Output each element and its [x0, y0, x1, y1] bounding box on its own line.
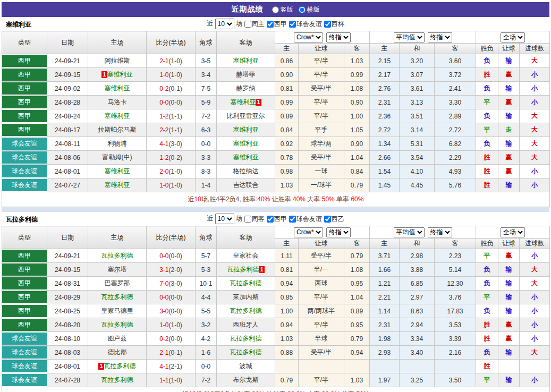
- result-value: 赢: [506, 335, 512, 342]
- league-filter-option-3[interactable]: 西乙: [322, 215, 344, 224]
- odds2-value-3: 17.83: [435, 304, 476, 318]
- match-type-badge: 西甲: [2, 319, 47, 331]
- result-value: 赢: [506, 321, 512, 328]
- league-checkbox-3[interactable]: [324, 216, 331, 223]
- result-cell-1: 胜: [476, 360, 498, 373]
- odds1-value-2: 平/半: [299, 109, 344, 123]
- league-filter-option-1[interactable]: 西甲: [265, 215, 287, 224]
- score-cell: 1-2(1-1): [147, 109, 196, 123]
- match-type-cell: 西甲: [2, 82, 47, 96]
- home-team-cell: 瓦拉多利德: [88, 318, 147, 332]
- home-team-name: 瓦拉多利德: [101, 252, 133, 259]
- away-team-cell: 塞维利亚1: [217, 96, 275, 109]
- matches-label: 场: [234, 20, 242, 27]
- column-header-away: 客场: [217, 226, 275, 249]
- layout-option-vertical[interactable]: 竖版: [272, 5, 293, 14]
- league-filter-option-2[interactable]: 球会友谊: [287, 20, 322, 29]
- final-odds-select-1[interactable]: 终指: [326, 227, 351, 237]
- league-filter-option-1[interactable]: 西甲: [265, 20, 287, 29]
- bookmaker-select[interactable]: Crow*: [294, 227, 323, 237]
- league-checkbox-3[interactable]: [324, 21, 331, 28]
- away-team-name: 布尔戈斯: [233, 376, 259, 384]
- match-type-cell: 西甲: [2, 109, 47, 123]
- result-cell-3: 大: [520, 137, 550, 151]
- odds2-value-3: 2.72: [435, 123, 476, 137]
- league-checkbox-1[interactable]: [267, 21, 274, 28]
- column-header-type: 类型: [2, 226, 47, 249]
- corner-count: 8-3: [196, 165, 217, 178]
- odds2-value-3: 3.60: [435, 54, 476, 68]
- corner-count: 7-2: [196, 373, 217, 387]
- result-value: 大: [531, 140, 538, 147]
- league-filter-option-3[interactable]: 西杯: [322, 20, 344, 29]
- full-match-select[interactable]: 全场: [501, 227, 525, 237]
- bookmaker-select[interactable]: Crow*: [294, 32, 323, 42]
- final-odds-select-1[interactable]: 终指: [326, 32, 351, 42]
- odds1-value-2: 平/半: [299, 318, 344, 332]
- home-team-name: 塞维利亚: [105, 167, 130, 175]
- section-header: 瓦拉多利德近 10 场同客西甲球会友谊西乙: [2, 212, 549, 226]
- away-team-name: 皇家社会: [233, 252, 259, 259]
- summary-segment: 10: [194, 195, 201, 203]
- score-cell: 2-1(0-1): [147, 346, 196, 360]
- vertical-layout-radio[interactable]: [272, 6, 279, 13]
- home-team-name: 图卢兹: [108, 335, 127, 342]
- odds1-value-1: 0.94: [275, 318, 299, 332]
- odds1-value-1: 1.11: [275, 249, 299, 263]
- halftime-score: (0-0): [169, 252, 182, 260]
- odds2-value-1: 2.93: [370, 346, 400, 360]
- result-cell-3: 小: [520, 178, 550, 192]
- average-select[interactable]: 平均值: [394, 32, 425, 42]
- same-venue-checkbox[interactable]: [244, 216, 251, 223]
- odds2-value-2: 3.14: [400, 123, 435, 137]
- match-type-cell: 西甲: [2, 249, 47, 263]
- result-cell-3: 小: [520, 82, 550, 96]
- league-filter-option-2[interactable]: 球会友谊: [287, 215, 322, 224]
- column-header-home: 主场: [88, 226, 147, 249]
- average-select[interactable]: 平均值: [394, 227, 425, 237]
- result-subheader-2: 让球: [498, 238, 520, 249]
- final-odds-select-2[interactable]: 终指: [428, 32, 452, 42]
- corner-count: 5-3: [196, 263, 217, 277]
- halftime-score: (0-0): [169, 99, 182, 106]
- result-cell-2: 赢: [498, 151, 520, 165]
- odds1-value-2: 两/两球半: [299, 304, 344, 318]
- column-header-home: 主场: [88, 31, 147, 54]
- halftime-score: (1-1): [169, 126, 182, 134]
- result-cell-1: 胜: [476, 151, 498, 165]
- near-label: 近: [207, 20, 215, 27]
- same-venue-checkbox[interactable]: [244, 21, 251, 28]
- same-venue-option[interactable]: 同主: [242, 20, 265, 29]
- odds2-value-3: 3.72: [435, 68, 476, 82]
- result-cell-1: 胜: [476, 68, 498, 82]
- final-odds-select-2[interactable]: 终指: [428, 227, 452, 237]
- odds2-value-1: 2.15: [370, 54, 400, 68]
- corner-count: 6-3: [196, 123, 217, 137]
- match-type-badge: 西甲: [2, 291, 47, 303]
- same-venue-option[interactable]: 同客: [242, 215, 265, 224]
- odds2-value-2: 4.45: [400, 178, 435, 192]
- result-value: 负: [484, 57, 490, 64]
- horizontal-layout-radio[interactable]: [299, 6, 306, 13]
- league-checkbox-1[interactable]: [267, 216, 274, 223]
- halftime-score: (1-0): [169, 57, 182, 65]
- odds1-value-1: 1.00: [275, 304, 299, 318]
- result-value: 负: [484, 266, 490, 273]
- match-count-select[interactable]: 10: [215, 214, 234, 224]
- odds2-subheader-2: 和: [400, 238, 435, 249]
- league-checkbox-2[interactable]: [289, 21, 296, 28]
- away-team-cell: 皇家社会: [217, 249, 275, 263]
- score-cell: 7-0(3-0): [147, 277, 196, 291]
- layout-option-horizontal[interactable]: 横版: [299, 5, 320, 14]
- odds2-value-3: 2.23: [435, 249, 476, 263]
- match-type-badge: 球会友谊: [2, 165, 47, 177]
- result-value: 小: [531, 98, 538, 106]
- home-team-name: 塞尔塔: [108, 266, 127, 273]
- odds1-value-3: 1.03: [344, 54, 370, 68]
- league-checkbox-2[interactable]: [289, 216, 296, 223]
- odds2-value-2: 4.10: [400, 165, 435, 178]
- away-team-cell: 瓦拉多利德: [217, 277, 275, 291]
- match-count-select[interactable]: 10: [215, 19, 234, 29]
- result-subheader-2: 让球: [498, 44, 520, 54]
- full-match-select[interactable]: 全场: [501, 32, 525, 42]
